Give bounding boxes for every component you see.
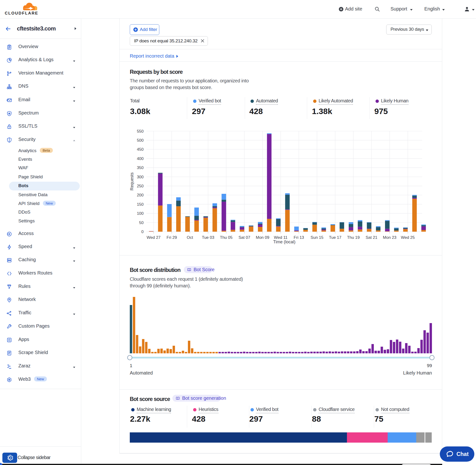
svg-text:550: 550 [137,129,144,134]
svg-text:150: 150 [137,202,144,207]
svg-text:Thu 19: Thu 19 [347,235,360,240]
svg-text:Sun 15: Sun 15 [310,235,323,240]
svg-text:Mon 23: Mon 23 [383,235,396,240]
svg-text:Oct: Oct [187,235,193,240]
svg-text:200: 200 [137,193,144,197]
svg-text:Wed 11: Wed 11 [274,235,287,240]
svg-text:Tue 03: Tue 03 [202,235,214,240]
svg-text:Fri 13: Fri 13 [294,235,304,240]
svg-text:100: 100 [137,211,144,216]
svg-text:50: 50 [139,221,144,225]
svg-text:400: 400 [137,157,144,161]
svg-text:Wed 25: Wed 25 [401,235,414,240]
svg-text:Time (local): Time (local) [273,240,295,244]
svg-text:250: 250 [137,184,144,188]
svg-text:Mon 09: Mon 09 [256,235,269,240]
svg-text:Thu 05: Thu 05 [220,235,233,240]
svg-text:350: 350 [137,166,144,170]
svg-text:Wed 27: Wed 27 [147,235,160,240]
svg-text:Fri 29: Fri 29 [167,235,177,240]
svg-text:450: 450 [137,147,144,152]
svg-text:Requests: Requests [129,172,134,190]
svg-text:Sat 07: Sat 07 [239,235,250,240]
svg-text:300: 300 [137,175,144,179]
svg-text:500: 500 [137,138,144,143]
svg-text:0: 0 [141,230,144,234]
svg-text:Tue 17: Tue 17 [329,235,341,240]
svg-text:Sat 21: Sat 21 [366,235,377,240]
